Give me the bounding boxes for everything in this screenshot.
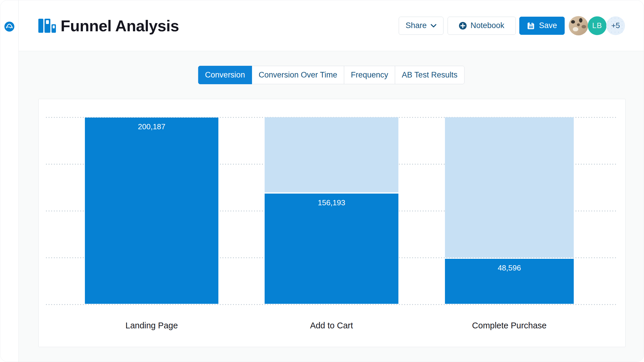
app-window: Funnel Analysis Share Notebook: [0, 0, 644, 362]
avatar-initials-label: LB: [592, 21, 602, 30]
tab-frequency[interactable]: Frequency: [344, 66, 395, 84]
left-rail: [0, 0, 19, 362]
funnel-stage-landing-page: 200,187 Landing Page: [85, 117, 218, 304]
save-button-label: Save: [539, 21, 557, 30]
tab-conversion-over-time[interactable]: Conversion Over Time: [251, 66, 344, 84]
funnel-chart-icon: [38, 19, 56, 33]
user-avatar-photo[interactable]: [569, 16, 588, 35]
amplitude-logo-icon[interactable]: [4, 22, 14, 32]
plus-circle-icon: [459, 22, 467, 30]
funnel-stage-converted-segment[interactable]: 200,187: [85, 118, 218, 304]
overflow-avatars-badge[interactable]: +5: [606, 16, 625, 35]
tab-bar: ConversionConversion Over TimeFrequencyA…: [198, 66, 464, 84]
save-icon: [527, 22, 535, 30]
notebook-button[interactable]: Notebook: [448, 17, 516, 35]
notebook-button-label: Notebook: [470, 21, 504, 30]
funnel-stage-add-to-cart: 156,193 Add to Cart: [265, 117, 398, 304]
funnel-stage-remainder-segment: [265, 117, 398, 192]
funnel-stage-converted-segment[interactable]: 48,596: [445, 259, 574, 304]
funnel-stage-remainder-segment: [445, 117, 574, 258]
user-avatar-initials[interactable]: LB: [588, 16, 607, 35]
share-button-label: Share: [405, 21, 427, 30]
content-area: ConversionConversion Over TimeFrequencyA…: [19, 51, 644, 362]
page-title: Funnel Analysis: [61, 17, 179, 35]
title-group: Funnel Analysis: [38, 17, 179, 35]
funnel-stage-complete-purchase: 48,596 Complete Purchase: [445, 117, 574, 304]
funnel-stage-value: 48,596: [445, 263, 574, 272]
header: Funnel Analysis Share Notebook: [19, 0, 644, 51]
save-button[interactable]: Save: [519, 17, 565, 35]
funnel-stage-label: Complete Purchase: [445, 321, 574, 330]
overflow-avatars-count: +5: [611, 21, 620, 30]
chart-card: 200,187 Landing Page 156,193 Add to Cart…: [38, 99, 626, 347]
funnel-stage-value: 200,187: [85, 122, 218, 131]
tab-ab-test-results[interactable]: AB Test Results: [395, 66, 465, 84]
main-column: Funnel Analysis Share Notebook: [19, 0, 644, 362]
funnel-stage-label: Landing Page: [85, 321, 218, 330]
funnel-stage-value: 156,193: [265, 198, 398, 207]
funnel-stage-label: Add to Cart: [265, 321, 398, 330]
funnel-plot: 200,187 Landing Page 156,193 Add to Cart…: [46, 117, 617, 304]
share-button[interactable]: Share: [399, 17, 443, 35]
funnel-stage-converted-segment[interactable]: 156,193: [265, 194, 398, 304]
header-actions: Share Notebook: [399, 16, 625, 35]
tab-conversion[interactable]: Conversion: [198, 66, 252, 84]
chevron-down-icon: [430, 24, 437, 28]
